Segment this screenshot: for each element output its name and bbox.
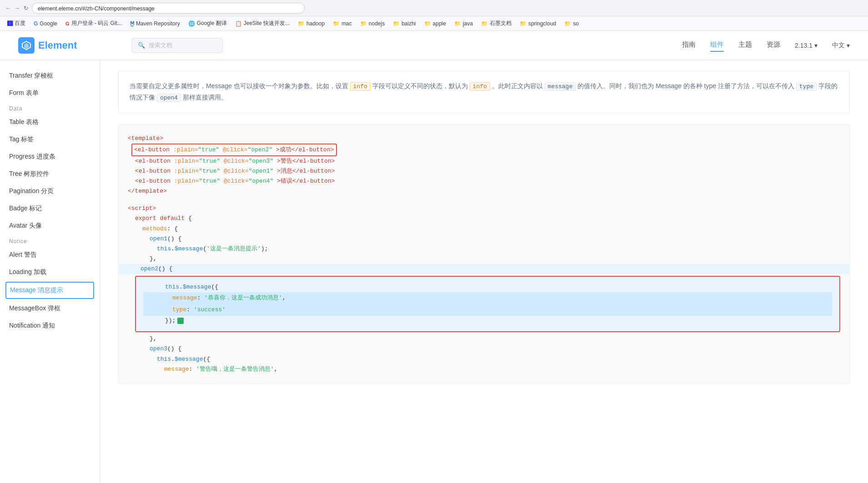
bookmark-translate[interactable]: 🌐 Google 翻译 (185, 18, 231, 29)
type-badge: info (350, 82, 371, 91)
desc-text-6: 那样直接调用。 (183, 94, 227, 101)
forward-button[interactable]: → (15, 5, 20, 11)
bookmark-apple[interactable]: 📁 apple (421, 19, 450, 29)
sidebar-item-messagebox[interactable]: MessageBox 弹框 (0, 300, 100, 317)
nav-guide[interactable]: 指南 (682, 39, 696, 52)
bookmark-springcloud[interactable]: 📁 springcloud (516, 19, 560, 29)
code-line-btn-info: <el-button :plain="true" @click="open1" … (128, 166, 840, 176)
bookmark-label: so (573, 20, 579, 27)
bookmark-label: java (463, 20, 473, 27)
sidebar-item-progress[interactable]: Progress 进度条 (0, 148, 100, 165)
sidebar-item-alert[interactable]: Alert 警告 (0, 246, 100, 264)
code-line-btn-success: <el-button :plain="true" @click="open2" … (128, 144, 840, 156)
logo-text: Element (38, 40, 77, 51)
nav-version[interactable]: 2.13.1 ▾ (795, 42, 818, 49)
bookmark-label: Google 翻译 (197, 20, 227, 27)
sidebar-item-tree[interactable]: Tree 树形控件 (0, 165, 100, 183)
sidebar-item-badge[interactable]: Badge 标记 (0, 200, 100, 217)
sidebar-category-notice: Notice (0, 234, 100, 246)
bookmark-so[interactable]: 📁 so (561, 19, 582, 29)
top-nav: Element 🔍 搜索文档 指南 组件 主题 资源 2.13.1 ▾ 中文 ▾ (0, 31, 868, 60)
bookmark-label: JeeSite 快速开发... (244, 20, 290, 27)
sidebar-item-form[interactable]: Form 表单 (0, 85, 100, 102)
sidebar-item-avatar[interactable]: Avatar 头像 (0, 217, 100, 234)
main-content: 当需要自定义更多属性时，Message 也可以接收一个对象为参数。比如，设置 i… (100, 60, 868, 483)
back-button[interactable]: ← (5, 5, 11, 11)
bookmark-label: Maven Repository (136, 20, 180, 27)
bookmark-maven[interactable]: M̲ Maven Repository (126, 19, 184, 29)
code-line-methods: methods: { (128, 224, 840, 234)
sidebar-item-transfer[interactable]: Transfer 穿梭框 (0, 67, 100, 85)
type-badge-2: type (796, 82, 817, 91)
description-block: 当需要自定义更多属性时，Message 也可以接收一个对象为参数。比如，设置 i… (118, 71, 850, 113)
nav-language[interactable]: 中文 ▾ (832, 41, 850, 50)
code-line-open2-end: }); (143, 316, 832, 326)
main-layout: Element 🔍 搜索文档 指南 组件 主题 资源 2.13.1 ▾ 中文 ▾… (0, 31, 868, 483)
sidebar-item-loading[interactable]: Loading 加载 (0, 264, 100, 281)
code-line-template-close: </template> (128, 186, 840, 196)
code-line-open2-def: open2() { (119, 264, 849, 274)
url-bar[interactable]: element.eleme.cn/#/zh-CN/component/messa… (32, 3, 305, 14)
sidebar-item-table[interactable]: Table 表格 (0, 114, 100, 131)
bookmark-mac[interactable]: 📁 mac (329, 19, 356, 29)
desc-text-3: 。此时正文内容以 (492, 82, 545, 90)
desc-text-4: 的值传入。同时，我们也为 Message 的各种 type 注册了方法，可以在不… (577, 82, 796, 90)
code-open2-block: this.$message({ message: '恭喜你，这是一条成功消息',… (135, 276, 840, 332)
bookmark-label: nodejs (369, 20, 385, 27)
logo-icon (18, 37, 35, 54)
bookmark-google[interactable]: G Google (30, 19, 61, 29)
code-line-template-open: <template> (128, 134, 840, 144)
bookmark-label: hadoop (306, 20, 325, 27)
bookmark-gitee[interactable]: G 用户登录 - 码云 Git... (62, 18, 125, 29)
bookmark-label: baizhi (401, 20, 416, 27)
cursor-indicator (177, 318, 184, 324)
code-line-open2-msg: message: '恭喜你，这是一条成功消息', (143, 292, 832, 304)
code-line-script-open: <script> (128, 204, 840, 214)
chevron-down-icon: ▾ (847, 42, 850, 49)
logo[interactable]: Element (18, 37, 77, 54)
sidebar-item-notification[interactable]: Notification 通知 (0, 317, 100, 334)
code-line-open3-def: open3() { (128, 344, 840, 354)
search-box[interactable]: 🔍 搜索文档 (132, 38, 223, 53)
bookmark-label: springcloud (528, 20, 556, 27)
nav-theme[interactable]: 主题 (738, 39, 752, 52)
nav-items: 指南 组件 主题 资源 2.13.1 ▾ 中文 ▾ (682, 39, 850, 52)
bookmark-label: 石墨文档 (490, 20, 512, 27)
message-badge: message (545, 82, 576, 91)
code-line-open1-close: }, (128, 254, 840, 264)
code-line-btn-error: <el-button :plain="true" @click="open4" … (128, 176, 840, 186)
sidebar-category-data: Data (0, 102, 100, 114)
chevron-down-icon: ▾ (814, 42, 818, 49)
search-icon: 🔍 (138, 42, 145, 49)
bookmark-shimo[interactable]: 📁 石墨文档 (477, 18, 515, 29)
sidebar-item-pagination[interactable]: Pagination 分页 (0, 183, 100, 200)
desc-text-2: 字段可以定义不同的状态，默认为 (372, 82, 470, 90)
code-tag: <template> (128, 135, 163, 142)
bookmark-label: 用户登录 - 码云 Git... (71, 20, 122, 27)
sidebar-item-message[interactable]: Message 消息提示 (5, 282, 94, 299)
bookmark-label: 百度 (15, 20, 25, 27)
code-line-export: export default { (128, 214, 840, 224)
nav-components[interactable]: 组件 (710, 39, 724, 52)
refresh-button[interactable]: ↻ (24, 5, 28, 11)
code-block: <template> <el-button :plain="true" @cli… (118, 124, 850, 384)
bookmark-java[interactable]: 📁 java (451, 19, 477, 29)
bookmark-baidu[interactable]: 🅱 百度 (4, 18, 29, 29)
bookmark-nodejs[interactable]: 📁 nodejs (356, 19, 388, 29)
bookmark-hadoop[interactable]: 📁 hadoop (294, 19, 328, 29)
bookmark-label: mac (341, 20, 352, 27)
code-line-open1-body: this.$message('这是一条消息提示'); (128, 244, 840, 254)
code-line-open3-this: this.$message({ (128, 354, 840, 364)
sidebar-item-tag[interactable]: Tag 标签 (0, 131, 100, 148)
bookmark-label: Google (40, 20, 57, 27)
bookmark-jeesite[interactable]: 📋 JeeSite 快速开发... (231, 18, 293, 29)
desc-text-1: 当需要自定义更多属性时，Message 也可以接收一个对象为参数。比如，设置 (130, 82, 350, 90)
bookmark-label: apple (433, 20, 446, 27)
code-line-open1-def: open1() { (128, 234, 840, 244)
browser-bar: ← → ↻ element.eleme.cn/#/zh-CN/component… (0, 0, 868, 16)
code-line-open2-this: this.$message({ (143, 282, 832, 292)
bookmark-baizhi[interactable]: 📁 baizhi (389, 19, 419, 29)
nav-resources[interactable]: 资源 (767, 39, 780, 52)
code-line-open3-msg: message: '警告哦，这是一条警告消息', (128, 364, 840, 374)
sidebar: Transfer 穿梭框 Form 表单 Data Table 表格 Tag 标… (0, 60, 100, 483)
